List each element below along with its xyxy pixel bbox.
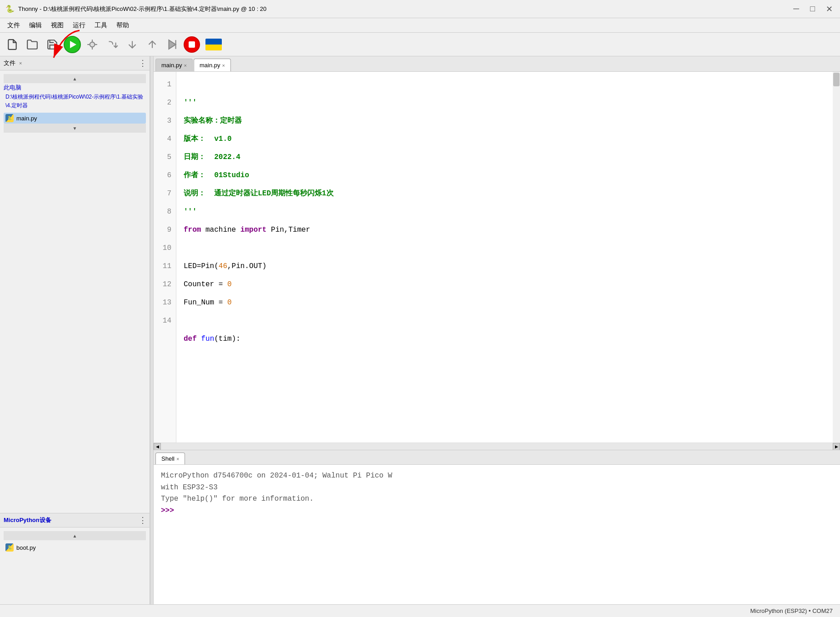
- run-button[interactable]: [64, 36, 81, 53]
- device-panel-menu[interactable]: ⋮: [139, 515, 146, 525]
- save-file-button[interactable]: [44, 36, 61, 53]
- code-line-12: Fun_Num = 0: [184, 299, 232, 307]
- shell-content[interactable]: MicroPython d7546700c on 2024-01-04; Wal…: [154, 465, 840, 604]
- code-content[interactable]: ''' 实验名称：定时器 版本： v1.0 日期： 2022.4 作者： 01S…: [176, 72, 833, 443]
- shell-line-3: Type "help()" for more information.: [161, 493, 833, 505]
- file-name-main: main.py: [16, 115, 37, 122]
- shell-tab-close[interactable]: ×: [176, 456, 179, 462]
- editor-scrollbar[interactable]: [833, 72, 840, 443]
- file-name-boot: boot.py: [16, 544, 36, 551]
- new-file-button[interactable]: [4, 36, 21, 53]
- code-line-7: ''': [184, 208, 197, 216]
- shell-panel: Shell × MicroPython d7546700c on 2024-01…: [154, 450, 840, 604]
- editor-tabs: main.py × main.py ×: [154, 56, 840, 72]
- code-line-14: def fun(tim):: [184, 335, 240, 343]
- menu-tools[interactable]: 工具: [91, 20, 111, 31]
- toolbar: [0, 33, 840, 56]
- title-bar: 🐍 Thonny - D:\核桃派例程代码\核桃派PicoW\02-示例程序\1…: [0, 0, 840, 18]
- minimize-button[interactable]: ─: [791, 4, 801, 14]
- editor-tab-2[interactable]: main.py ×: [194, 59, 231, 71]
- shell-tab-label: Shell: [161, 455, 175, 462]
- line-num-7: 7: [154, 184, 176, 203]
- python-icon-boot: 🐍: [5, 543, 14, 552]
- line-num-6: 6: [154, 166, 176, 184]
- menu-bar: 文件 编辑 视图 运行 工具 帮助: [0, 18, 840, 33]
- tab2-close[interactable]: ×: [222, 63, 225, 68]
- line-num-14: 14: [154, 312, 176, 330]
- code-editor[interactable]: 1 2 3 4 5 6 7 8 9 10 11 12 13 14 ''' 实验名…: [154, 72, 840, 443]
- device-panel: MicroPython设备 ⋮ ▲ 🐍 boot.py: [0, 513, 150, 604]
- device-panel-header: MicroPython设备 ⋮: [0, 513, 150, 527]
- code-line-6: 说明： 通过定时器让LED周期性每秒闪烁1次: [184, 189, 334, 198]
- title-controls: ─ □ ✕: [791, 4, 835, 14]
- menu-run[interactable]: 运行: [69, 20, 89, 31]
- code-line-3: 版本： v1.0: [184, 135, 232, 143]
- line-num-5: 5: [154, 148, 176, 166]
- menu-edit[interactable]: 编辑: [25, 20, 45, 31]
- shell-prompt-line: >>>: [161, 505, 833, 517]
- menu-file[interactable]: 文件: [4, 20, 24, 31]
- line-num-8: 8: [154, 203, 176, 221]
- file-item-boot[interactable]: 🐍 boot.py: [4, 542, 146, 553]
- path-label[interactable]: 此电脑: [4, 84, 21, 91]
- menu-help[interactable]: 帮助: [113, 20, 133, 31]
- line-num-2: 2: [154, 94, 176, 112]
- status-bar: MicroPython (ESP32) • COM27: [0, 604, 840, 617]
- horizontal-scrollbar[interactable]: ◀ ▶: [154, 443, 840, 450]
- code-line-1: ''': [184, 99, 197, 107]
- open-file-button[interactable]: [24, 36, 41, 53]
- scroll-down-arrow[interactable]: ▼: [4, 124, 146, 133]
- python-icon: 🐍: [5, 114, 14, 122]
- svg-point-1: [90, 42, 95, 47]
- scroll-up-arrow[interactable]: ▲: [4, 74, 146, 83]
- code-line-2: 实验名称：定时器: [184, 117, 242, 125]
- scroll-right-btn[interactable]: ▶: [833, 443, 840, 450]
- device-label: MicroPython设备: [4, 516, 51, 524]
- code-line-5: 作者： 01Studio: [184, 171, 249, 179]
- path-detail[interactable]: D:\核桃派例程代码\核桃派PicoW\02-示例程序\1.基础实验\4.定时器: [5, 94, 143, 109]
- stop-button[interactable]: [184, 36, 200, 53]
- code-line-10: LED=Pin(46,Pin.OUT): [184, 262, 266, 270]
- device-scroll-up[interactable]: ▲: [4, 531, 146, 540]
- maximize-button[interactable]: □: [808, 4, 817, 14]
- file-panel-menu[interactable]: ⋮: [139, 58, 146, 68]
- window-title: Thonny - D:\核桃派例程代码\核桃派PicoW\02-示例程序\1.基…: [18, 5, 266, 13]
- flag-icon[interactable]: [205, 39, 222, 50]
- file-panel-content: ▲ 此电脑 D:\核桃派例程代码\核桃派PicoW\02-示例程序\1.基础实验…: [0, 70, 150, 513]
- right-panel: main.py × main.py × 1 2 3 4 5 6 7 8: [154, 56, 840, 604]
- file-path-root[interactable]: 此电脑: [4, 83, 146, 93]
- shell-tab[interactable]: Shell ×: [155, 453, 185, 464]
- left-panel: 文件 × ⋮ ▲ 此电脑 D:\核桃派例程代码\核桃派PicoW\02-示例程序…: [0, 56, 150, 604]
- line-num-13: 13: [154, 294, 176, 312]
- shell-line-2: with ESP32-S3: [161, 482, 833, 494]
- line-num-9: 9: [154, 221, 176, 239]
- editor-tab-1[interactable]: main.py ×: [155, 59, 193, 71]
- line-num-4: 4: [154, 130, 176, 148]
- shell-prompt: >>>: [161, 507, 174, 515]
- resize-handle[interactable]: [150, 56, 154, 604]
- status-text: MicroPython (ESP32) • COM27: [750, 607, 833, 614]
- line-num-3: 3: [154, 112, 176, 130]
- line-num-1: 1: [154, 75, 176, 94]
- code-line-8: from machine import Pin,Timer: [184, 226, 310, 234]
- resume-button[interactable]: [164, 36, 181, 53]
- close-button[interactable]: ✕: [824, 4, 835, 14]
- step-into-button[interactable]: [124, 36, 141, 53]
- tab1-close[interactable]: ×: [184, 63, 187, 68]
- step-over-button[interactable]: [104, 36, 121, 53]
- tab2-label: main.py: [200, 62, 220, 69]
- line-num-10: 10: [154, 239, 176, 257]
- file-tab-close[interactable]: ×: [19, 60, 22, 66]
- scroll-track[interactable]: [161, 443, 833, 450]
- tab1-label: main.py: [161, 62, 182, 69]
- line-num-11: 11: [154, 257, 176, 275]
- code-line-11: Counter = 0: [184, 280, 232, 289]
- debug-button[interactable]: [84, 36, 101, 53]
- file-panel: 文件 × ⋮ ▲ 此电脑 D:\核桃派例程代码\核桃派PicoW\02-示例程序…: [0, 56, 150, 513]
- line-numbers: 1 2 3 4 5 6 7 8 9 10 11 12 13 14: [154, 72, 176, 443]
- scroll-left-btn[interactable]: ◀: [154, 443, 161, 450]
- file-tab: 文件 ×: [4, 59, 22, 67]
- file-item-main[interactable]: 🐍 main.py: [4, 113, 146, 124]
- menu-view[interactable]: 视图: [47, 20, 67, 31]
- step-out-button[interactable]: [144, 36, 161, 53]
